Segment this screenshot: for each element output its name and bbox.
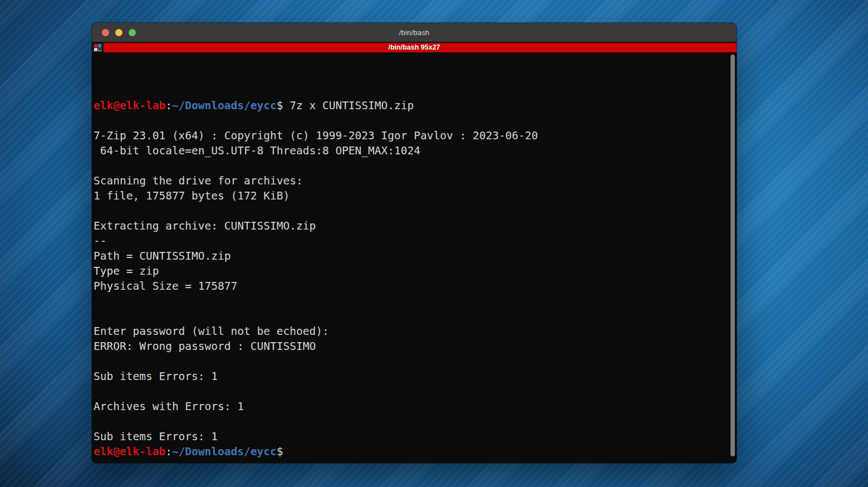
terminal-line: Physical Size = 175877 [94,279,729,294]
window-title: /bin/bash [399,28,430,37]
terminal-window: /bin/bash /bin/bash 95x27 elk@elk-lab:~/… [92,23,737,463]
terminal-text: : [165,445,172,458]
terminal-text: elk@elk-lab [94,99,165,112]
terminal-text: Sub items Errors: 1 [94,430,218,443]
terminal-line [94,414,729,429]
minimize-button[interactable] [115,29,122,36]
close-button[interactable] [102,29,109,36]
terminal-text: Path = CUNTISSIMO.zip [94,250,231,262]
terminal-line [94,384,729,399]
terminal-text: 64-bit locale=en_US.UTF-8 Threads:8 OPEN… [94,144,420,157]
terminal-text: ~/Downloads/eycc [172,445,277,458]
terminal-line [94,203,729,218]
terminal-text: 7-Zip 23.01 (x64) : Copyright (c) 1999-2… [94,129,538,142]
terminal-text: Sub items Errors: 1 [94,370,218,383]
terminal-text: Archives with Errors: 1 [94,400,244,413]
terminal-line: Sub items Errors: 1 [94,369,729,384]
terminal-line [94,354,729,369]
terminal-text: Type = zip [94,265,159,277]
traffic-lights [102,23,136,42]
terminal-text: Scanning the drive for archives: [94,174,303,187]
window-titlebar[interactable]: /bin/bash [92,23,737,42]
terminal-line: elk@elk-lab:~/Downloads/eycc$ [94,444,729,459]
desktop-background: /bin/bash /bin/bash 95x27 elk@elk-lab:~/… [0,0,868,487]
terminal-text: $ [277,445,290,458]
terminal-line: ERROR: Wrong password : CUNTISSIMO [94,339,729,354]
terminal-text: -- [94,235,106,247]
terminal-line: 1 file, 175877 bytes (172 KiB) [94,188,729,203]
terminal-line [94,113,729,128]
terminal-text: elk@elk-lab [94,445,165,458]
terminal-line: elk@elk-lab:~/Downloads/eycc$ 7z x CUNTI… [94,98,729,113]
terminal-text: $ 7z x CUNTISSIMO.zip [277,99,414,112]
terminal-text: ERROR: Wrong password : CUNTISSIMO [94,340,316,353]
terminal-screen[interactable]: elk@elk-lab:~/Downloads/eycc$ 7z x CUNTI… [92,52,737,463]
terminal-text: Enter password (will not be echoed): [94,325,329,338]
terminal-text: Extracting archive: CUNTISSIMO.zip [94,220,316,232]
terminal-line: Archives with Errors: 1 [94,399,729,414]
scrollbar-thumb[interactable] [730,55,735,456]
terminal-line [94,294,729,309]
terminal-line: Scanning the drive for archives: [94,173,729,188]
terminal-text: : [165,99,172,112]
pane-title: /bin/bash 95x27 [92,43,737,52]
terminal-text: ~/Downloads/eycc [172,99,277,112]
pane-titlebar[interactable]: /bin/bash 95x27 [92,42,737,52]
terminal-text: Physical Size = 175877 [94,280,237,293]
terminal-text: 1 file, 175877 bytes (172 KiB) [94,189,290,202]
terminal-line: -- [94,233,729,249]
terminal-line: 7-Zip 23.01 (x64) : Copyright (c) 1999-2… [94,128,729,143]
terminal-line: 64-bit locale=en_US.UTF-8 Threads:8 OPEN… [94,143,729,158]
zoom-button[interactable] [129,29,136,36]
terminal-line: Path = CUNTISSIMO.zip [94,249,729,264]
terminal-line: Sub items Errors: 1 [94,429,729,444]
terminal-line [94,309,729,324]
terminal-line: Type = zip [94,264,729,279]
terminal-line [94,158,729,173]
terminal-line: Extracting archive: CUNTISSIMO.zip [94,218,729,233]
terminal-line: Enter password (will not be echoed): [94,324,729,339]
